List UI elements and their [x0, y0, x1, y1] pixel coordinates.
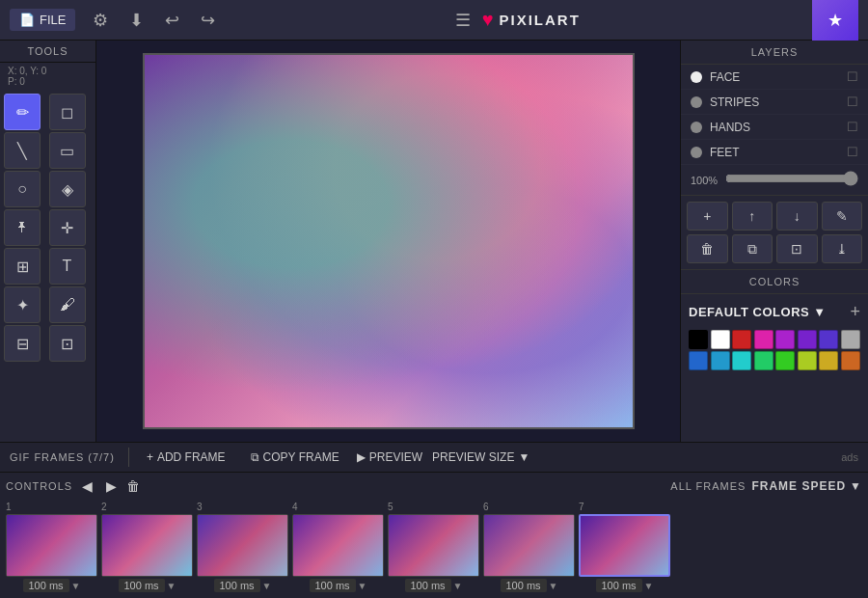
color-swatch-3[interactable] [754, 330, 773, 349]
eraser-tool[interactable]: ◻ [49, 94, 86, 130]
magic-wand-tool[interactable]: ✦ [4, 286, 41, 323]
frame-number-2: 2 [101, 502, 107, 512]
color-swatch-2[interactable] [732, 330, 751, 349]
dropdown-icon: ▼ [813, 305, 826, 319]
frame-number-1: 1 [6, 502, 12, 512]
layer-stripes[interactable]: STRIPES ☐ [681, 90, 868, 115]
frame-speed-value-7: 100 ms [596, 579, 642, 592]
smudge-tool[interactable]: 🖌 [49, 286, 86, 323]
layer-visibility-hands[interactable]: ☐ [847, 120, 858, 134]
color-swatch-7[interactable] [841, 330, 860, 349]
frame-speed-dropdown-4[interactable]: ▼ [358, 581, 367, 591]
text-tool[interactable]: T [49, 248, 86, 285]
default-colors-button[interactable]: DEFAULT COLORS ▼ [689, 305, 827, 319]
fill-tool[interactable]: ◈ [49, 171, 86, 207]
copy-icon: ⧉ [251, 450, 259, 464]
color-swatch-6[interactable] [819, 330, 838, 349]
color-swatch-13[interactable] [798, 351, 817, 370]
gif-frames-label: GIF FRAMES (7/7) [10, 451, 115, 463]
frame-number-6: 6 [483, 502, 489, 512]
heart-icon: ♥ [482, 9, 494, 31]
frames-list: 1100 ms▼2100 ms▼3100 ms▼4100 ms▼5100 ms▼… [0, 500, 868, 598]
frame-thumb-4[interactable] [292, 514, 384, 577]
frame-speed-dropdown-5[interactable]: ▼ [453, 581, 463, 591]
opacity-slider[interactable] [725, 171, 858, 186]
settings-button[interactable]: ⚙ [89, 6, 112, 35]
edit-layer-button[interactable]: ✎ [822, 202, 863, 231]
redo-button[interactable]: ↪ [197, 6, 219, 35]
frame-speed-dropdown-3[interactable]: ▼ [262, 581, 272, 591]
color-swatch-0[interactable] [689, 330, 708, 349]
export-layer-button[interactable]: ⤓ [822, 234, 863, 263]
move-tool[interactable]: ✛ [49, 209, 86, 246]
circle-tool[interactable]: ○ [4, 171, 41, 207]
move-up-layer-button[interactable]: ↑ [732, 202, 773, 231]
canvas-area[interactable] [96, 41, 680, 442]
canvas[interactable] [143, 53, 635, 429]
layer-visibility-stripes[interactable]: ☐ [847, 95, 858, 109]
top-bar: 📄 FILE ⚙ ⬇ ↩ ↪ ☰ ♥ PIXILART ★ [0, 0, 868, 41]
duplicate-layer-button[interactable]: ⧉ [732, 234, 773, 263]
frame-thumb-2[interactable] [101, 514, 193, 577]
prev-frame-button[interactable]: ◀ [78, 476, 96, 496]
move-down-layer-button[interactable]: ↓ [776, 202, 818, 231]
delete-layer-button[interactable]: 🗑 [687, 234, 728, 263]
layer-dot-face [691, 71, 702, 83]
crop-tool[interactable]: ⊡ [49, 325, 86, 362]
color-swatch-14[interactable] [819, 351, 838, 370]
frame-thumb-1[interactable] [6, 514, 97, 577]
color-swatch-8[interactable] [689, 351, 708, 370]
add-color-button[interactable]: + [850, 302, 860, 322]
color-swatch-10[interactable] [732, 351, 751, 370]
opacity-slider-container[interactable] [725, 171, 858, 189]
layer-face[interactable]: FACE ☐ [681, 65, 868, 90]
color-swatch-11[interactable] [754, 351, 773, 370]
select-tool[interactable]: ▭ [49, 132, 86, 169]
layer-dot-feet [691, 147, 702, 158]
eyedropper-tool[interactable]: 🖈 [4, 209, 41, 246]
frame-thumb-3[interactable] [197, 514, 288, 577]
frame-speed-dropdown-2[interactable]: ▼ [167, 581, 176, 591]
frame-item-2: 2100 ms▼ [101, 502, 193, 592]
colors-header: DEFAULT COLORS ▼ + [681, 298, 868, 326]
frame-speed-value-3: 100 ms [214, 579, 260, 592]
color-swatch-1[interactable] [711, 330, 730, 349]
undo-button[interactable]: ↩ [161, 6, 183, 35]
frame-speed-dropdown-7[interactable]: ▼ [644, 581, 654, 591]
next-frame-button[interactable]: ▶ [102, 476, 121, 496]
preview-size-button[interactable]: PREVIEW SIZE ▼ [432, 450, 529, 464]
frame-thumb-5[interactable] [388, 514, 479, 577]
layer-visibility-feet[interactable]: ☐ [847, 145, 858, 159]
color-swatch-12[interactable] [775, 351, 795, 370]
top-bar-center: ☰ ♥ PIXILART [232, 6, 799, 35]
frame-speed-dropdown-1[interactable]: ▼ [71, 581, 81, 591]
delete-frame-button[interactable]: 🗑 [126, 478, 140, 494]
layer-hands[interactable]: HANDS ☐ [681, 115, 868, 140]
layer-visibility-face[interactable]: ☐ [847, 69, 858, 84]
frames-row: CONTROLS ◀ ▶ 🗑 ALL FRAMES FRAME SPEED ▼ [0, 473, 868, 500]
frame-speed-button[interactable]: FRAME SPEED ▼ [751, 479, 862, 493]
star-button[interactable]: ★ [812, 0, 858, 41]
color-swatch-5[interactable] [798, 330, 817, 349]
add-layer-button[interactable]: + [687, 202, 728, 231]
pencil-tool[interactable]: ✏ [4, 94, 41, 130]
menu-button[interactable]: ☰ [451, 6, 475, 35]
color-swatch-4[interactable] [775, 330, 795, 349]
merge-layer-button[interactable]: ⊡ [776, 234, 818, 263]
file-button[interactable]: 📄 FILE [10, 9, 75, 31]
download-button[interactable]: ⬇ [125, 6, 148, 35]
layer-feet[interactable]: FEET ☐ [681, 140, 868, 165]
add-frame-button[interactable]: + ADD FRAME [139, 448, 233, 467]
color-swatch-9[interactable] [711, 351, 730, 370]
tile-tool[interactable]: ⊟ [4, 325, 41, 362]
frame-speed-dropdown-6[interactable]: ▼ [549, 581, 558, 591]
color-swatch-15[interactable] [841, 351, 860, 370]
copy-frame-label: COPY FRAME [263, 450, 339, 464]
copy-frame-button[interactable]: ⧉ COPY FRAME [243, 448, 347, 467]
layer-name-hands: HANDS [710, 121, 839, 134]
stamp-tool[interactable]: ⊞ [4, 248, 41, 285]
preview-button[interactable]: ▶ PREVIEW [357, 450, 422, 464]
frame-thumb-6[interactable] [483, 514, 575, 577]
line-tool[interactable]: ╲ [4, 132, 41, 169]
frame-thumb-7[interactable] [579, 514, 670, 577]
